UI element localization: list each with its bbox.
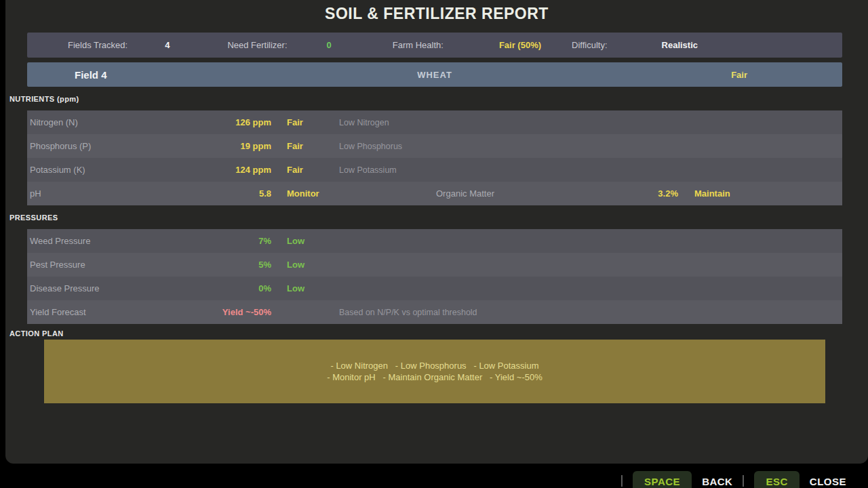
nutrient-value: 124 ppm (163, 165, 271, 175)
pressure-value: 5% (163, 260, 271, 270)
esc-keycap: ESC (754, 471, 799, 488)
close-button-label: CLOSE (810, 476, 846, 487)
field-header-bar: Field 4 WHEAT Fair (27, 62, 842, 87)
action-plan-section-heading: ACTION PLAN (9, 329, 868, 338)
nutrient-label: Potassium (K) (28, 165, 163, 175)
table-row-weed-pressure: Weed Pressure 7% Low (27, 229, 842, 253)
pressure-label: Weed Pressure (28, 236, 163, 246)
nutrient-value: 19 ppm (163, 141, 271, 151)
nutrient-note: Low Nitrogen (339, 118, 389, 127)
farm-stats-bar: Fields Tracked: 4 Need Fertilizer: 0 Far… (27, 33, 842, 58)
ph-label: pH (28, 188, 163, 199)
pressures-rows: Weed Pressure 7% Low Pest Pressure 5% Lo… (27, 229, 842, 324)
table-row-disease-pressure: Disease Pressure 0% Low (27, 277, 842, 300)
ph-status: Monitor (287, 188, 339, 199)
nutrient-label: Nitrogen (N) (28, 117, 163, 127)
stat-fields-tracked-label: Fields Tracked: (68, 40, 127, 50)
action-plan-line: - Monitor pH - Maintain Organic Matter -… (327, 371, 542, 384)
pressures-section-heading: PRESSURES (9, 214, 868, 222)
yield-forecast-label: Yield Forecast (28, 307, 163, 317)
stat-difficulty-label: Difficulty: (572, 40, 608, 50)
stat-difficulty-value: Realistic (662, 40, 698, 50)
table-row-pest-pressure: Pest Pressure 5% Low (27, 253, 842, 277)
field-status-badge: Fair (731, 70, 747, 80)
pressure-status: Low (287, 260, 339, 270)
nutrient-note: Low Phosphorus (339, 142, 402, 151)
action-plan-line: - Low Nitrogen - Low Phosphorus - Low Po… (330, 360, 538, 372)
table-row-potassium: Potassium (K) 124 ppm Fair Low Potassium (27, 158, 842, 182)
footer-key-hints: SPACE BACK ESC CLOSE (0, 465, 868, 488)
field-crop-type: WHEAT (27, 70, 842, 80)
stat-need-fertilizer-value: 0 (327, 40, 332, 50)
space-keycap: SPACE (633, 471, 692, 488)
pressure-status: Low (287, 283, 339, 293)
stat-farm-health-value: Fair (50%) (499, 40, 541, 50)
nutrients-section-heading: NUTRIENTS (ppm) (9, 95, 868, 103)
table-row-ph: pH 5.8 Monitor Organic Matter 3.2% Maint… (27, 182, 842, 205)
table-row-phosphorus: Phosphorus (P) 19 ppm Fair Low Phosphoru… (27, 134, 842, 158)
page-title: SOIL & FERTILIZER REPORT (5, 0, 868, 23)
pressure-label: Pest Pressure (28, 260, 163, 270)
close-button[interactable]: ESC CLOSE (754, 465, 846, 488)
ph-value: 5.8 (163, 188, 271, 199)
pressure-label: Disease Pressure (28, 283, 163, 293)
stat-fields-tracked-value: 4 (165, 40, 170, 50)
yield-forecast-value: Yield ~-50% (163, 307, 271, 317)
back-button[interactable]: SPACE BACK (633, 465, 732, 488)
pressure-value: 0% (163, 283, 271, 293)
pressure-value: 7% (163, 236, 271, 246)
yield-forecast-note: Based on N/P/K vs optimal threshold (339, 308, 477, 317)
organic-matter-status: Maintain (694, 188, 730, 199)
table-row-nitrogen: Nitrogen (N) 126 ppm Fair Low Nitrogen (27, 110, 842, 134)
organic-matter-value: 3.2% (498, 188, 678, 199)
nutrient-status: Fair (287, 141, 339, 151)
report-panel: SOIL & FERTILIZER REPORT Fields Tracked:… (5, 0, 868, 464)
pressure-status: Low (287, 236, 339, 246)
separator (621, 475, 623, 487)
nutrient-status: Fair (287, 165, 339, 175)
back-button-label: BACK (702, 476, 732, 487)
stat-need-fertilizer-label: Need Fertilizer: (227, 40, 287, 50)
nutrient-status: Fair (287, 117, 339, 127)
nutrients-rows: Nitrogen (N) 126 ppm Fair Low Nitrogen P… (27, 110, 842, 205)
stat-farm-health-label: Farm Health: (393, 40, 443, 50)
table-row-yield-forecast: Yield Forecast Yield ~-50% Based on N/P/… (27, 300, 842, 324)
organic-matter-label: Organic Matter (436, 188, 498, 199)
separator (743, 475, 744, 487)
nutrient-note: Low Potassium (339, 165, 397, 175)
nutrient-label: Phosphorus (P) (28, 141, 163, 151)
nutrient-value: 126 ppm (163, 117, 271, 127)
action-plan-box: - Low Nitrogen - Low Phosphorus - Low Po… (44, 340, 825, 403)
